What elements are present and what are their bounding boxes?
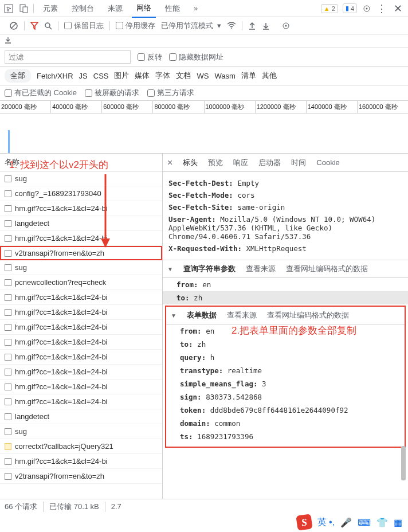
type-font[interactable]: 字体 [155, 71, 170, 81]
qs-from: from: en [163, 278, 408, 291]
ime-logo-icon[interactable]: S [296, 514, 312, 530]
section-form-data[interactable]: ▼表单数据 查看来源 查看网址编码格式的数据 [166, 307, 405, 324]
svg-point-7 [45, 23, 50, 28]
request-name: langdetect [15, 412, 49, 421]
close-detail[interactable]: × [167, 158, 172, 168]
clear-icon[interactable] [9, 21, 18, 30]
request-row[interactable]: v2transapi?from=en&to=zh [0, 469, 162, 484]
type-media[interactable]: 媒体 [135, 71, 150, 81]
file-icon [5, 220, 11, 227]
timeline-tick: 1600000 毫秒 [357, 101, 408, 113]
scrollbar[interactable] [400, 173, 407, 485]
ime-shirt-icon[interactable]: 👕 [376, 517, 388, 528]
tab-headers[interactable]: 标头 [183, 158, 198, 168]
request-row[interactable]: hm.gif?cc=1&ck=1&cl=24-bi [0, 201, 162, 216]
request-name: hm.gif?cc=1&ck=1&cl=24-bi [15, 353, 108, 361]
tab-preview[interactable]: 预览 [208, 158, 223, 168]
request-row[interactable]: hm.gif?cc=1&ck=1&cl=24-bi [0, 380, 162, 394]
request-row[interactable]: config?_=1689231793040 [0, 186, 162, 201]
ime-grid-icon[interactable]: ▦ [394, 517, 402, 528]
request-row[interactable]: hm.gif?cc=1&ck=1&cl=24-bi [0, 350, 162, 365]
waterfall-overview[interactable] [0, 114, 408, 154]
request-row[interactable]: langdetect [0, 216, 162, 231]
tab-elements[interactable]: 元素 [38, 0, 62, 17]
request-row[interactable]: v2transapi?from=en&to=zh [0, 246, 162, 260]
timeline-ruler: 200000 毫秒400000 毫秒600000 毫秒800000 毫秒1000… [0, 101, 408, 114]
type-js[interactable]: JS [79, 72, 88, 80]
third-party-checkbox[interactable]: 第三方请求 [147, 88, 194, 98]
type-doc[interactable]: 文档 [176, 71, 191, 81]
type-css[interactable]: CSS [93, 72, 109, 80]
request-row[interactable]: hm.gif?cc=1&ck=1&cl=24-bi [0, 290, 162, 305]
disable-cache-checkbox[interactable]: 停用缓存 [116, 21, 155, 31]
ime-mic-icon[interactable]: 🎤 [340, 517, 352, 528]
tab-sources[interactable]: 来源 [103, 0, 127, 17]
request-list-panel: 1. 找到这个以v2开头的 名称 sugconfig?_=16892317930… [0, 154, 163, 499]
blocked-req-checkbox[interactable]: 被屏蔽的请求 [85, 88, 139, 98]
timeline-tick: 800000 毫秒 [152, 101, 203, 113]
invert-checkbox[interactable]: 反转 [138, 52, 162, 62]
request-row[interactable]: hm.gif?cc=1&ck=1&cl=24-bi [0, 305, 162, 320]
request-row[interactable]: hm.gif?cc=1&ck=1&cl=24-bi [0, 231, 162, 246]
device-icon[interactable] [18, 3, 29, 14]
type-all[interactable]: 全部 [5, 69, 31, 83]
svg-line-8 [49, 27, 52, 29]
upload-icon[interactable] [248, 22, 256, 30]
request-row[interactable]: correctxt?callback=jQuery321 [0, 439, 162, 454]
status-transferred: 已传输 70.1 kB [49, 502, 105, 512]
download-icon[interactable] [262, 22, 270, 30]
filter-input[interactable] [5, 50, 131, 64]
settings-icon[interactable] [362, 3, 372, 14]
request-row[interactable]: langdetect [0, 409, 162, 424]
search-icon[interactable] [44, 22, 52, 30]
settings-gear-icon[interactable] [281, 21, 291, 30]
type-other[interactable]: 其他 [262, 71, 277, 81]
timeline-tick: 200000 毫秒 [0, 101, 50, 113]
request-name: langdetect [15, 219, 49, 228]
tab-initiator[interactable]: 启动器 [258, 158, 281, 168]
section-query-string[interactable]: ▼查询字符串参数 查看来源 查看网址编码格式的数据 [163, 260, 408, 278]
request-row[interactable]: hm.gif?cc=1&ck=1&cl=24-bi [0, 320, 162, 335]
tab-console[interactable]: 控制台 [67, 0, 99, 17]
preserve-log-checkbox[interactable]: 保留日志 [64, 21, 104, 31]
request-row[interactable]: hm.gif?cc=1&ck=1&cl=24-bi [0, 365, 162, 380]
tab-timing[interactable]: 时间 [291, 158, 306, 168]
tab-more[interactable]: » [189, 1, 202, 16]
file-icon [5, 205, 11, 212]
type-manifest[interactable]: 清单 [241, 71, 256, 81]
tab-network[interactable]: 网络 [132, 0, 156, 18]
request-row[interactable]: pcnewcollection?req=check [0, 275, 162, 290]
hide-data-urls-checkbox[interactable]: 隐藏数据网址 [169, 52, 223, 62]
warnings-badge[interactable]: ▲2 [321, 4, 338, 13]
request-row[interactable]: hm.gif?cc=1&ck=1&cl=24-bi [0, 454, 162, 469]
request-row[interactable]: hm.gif?cc=1&ck=1&cl=24-bi [0, 394, 162, 409]
menu-icon[interactable]: ⋮ [376, 3, 387, 14]
tab-performance[interactable]: 性能 [160, 0, 185, 17]
form-field: simple_means_flag: 3 [166, 377, 405, 390]
devtools-tabs: 元素 控制台 来源 网络 性能 » ▲2 ▮4 ⋮ ✕ [0, 0, 408, 17]
type-img[interactable]: 图片 [114, 71, 129, 81]
messages-badge[interactable]: ▮4 [343, 3, 357, 13]
type-ws[interactable]: WS [197, 72, 209, 80]
type-xhr[interactable]: Fetch/XHR [37, 72, 73, 80]
blocked-cookie-checkbox[interactable]: 有已拦截的 Cookie [5, 88, 77, 98]
tab-response[interactable]: 响应 [233, 158, 248, 168]
annotation-2: 2.把表单里面的参数全部复制 [232, 324, 356, 337]
tab-cookie[interactable]: Cookie [316, 158, 339, 167]
inspect-icon[interactable] [3, 3, 14, 14]
download-small-icon[interactable] [5, 37, 403, 44]
close-devtools[interactable]: ✕ [391, 2, 405, 15]
request-row[interactable]: hm.gif?cc=1&ck=1&cl=24-bi [0, 335, 162, 350]
form-field: token: ddd8bde679c8ff6448161e2644090f92 [166, 404, 405, 417]
file-icon [5, 279, 11, 286]
type-wasm[interactable]: Wasm [214, 72, 235, 80]
request-name: hm.gif?cc=1&ck=1&cl=24-bi [15, 204, 108, 213]
request-row[interactable]: sug [0, 260, 162, 275]
throttling-select[interactable]: 已停用节流模式 ▾ [161, 21, 221, 31]
request-row[interactable]: sug [0, 171, 162, 186]
ime-lang[interactable]: 英 •, [317, 517, 335, 529]
ime-keyboard-icon[interactable]: ⌨ [358, 517, 371, 528]
request-row[interactable]: sug [0, 424, 162, 439]
wifi-icon[interactable] [227, 22, 236, 30]
filter-icon[interactable] [30, 22, 38, 30]
